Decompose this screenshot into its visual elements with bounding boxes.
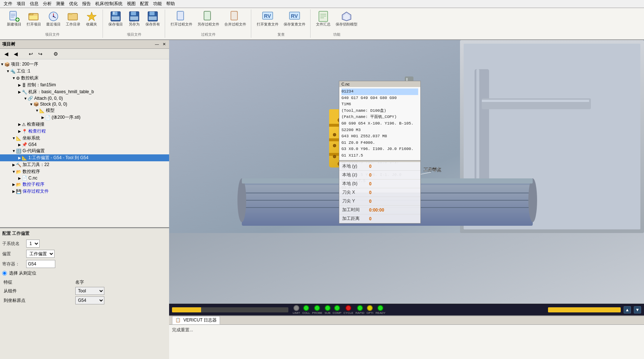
info-overlay-panel: 本地 (y)0本地 (z)0本地 (b)0刀尖 X0刀尖 Y0加工时间0:00:… [339, 160, 421, 224]
open-project-button[interactable]: 打开项目 [25, 9, 43, 28]
save-project-label: 保存项目 [108, 22, 123, 27]
menu-item-优化[interactable]: 优化 [67, 0, 80, 8]
tree-undo-button[interactable]: ↩ [27, 50, 35, 58]
tree-content[interactable]: ▼📦项目: 200一序▼🔩工位 :1▼⚙数控机床▶🎛控制：fan15im▶🔧机床… [0, 59, 169, 227]
register-input[interactable] [26, 260, 55, 268]
menu-item-分析[interactable]: 分析 [41, 0, 54, 8]
tree-item-machine[interactable]: ▶🔧机床：basic_4axes_hmill_table_b [0, 88, 169, 95]
minimize-button[interactable]: — [154, 42, 160, 47]
tree-item-cnc-file[interactable]: ▶📄C.nc [0, 175, 169, 181]
menu-item-帮助[interactable]: 帮助 [164, 0, 177, 8]
status-down-button[interactable]: ▼ [634, 306, 641, 313]
to-select[interactable]: G54 [75, 296, 104, 304]
status-indicator-coll: COLL [302, 305, 310, 315]
log-tab-vericut[interactable]: 📋 VERICUT 日志器 [172, 316, 220, 324]
menu-item-配置[interactable]: 配置 [138, 0, 151, 8]
code-line-5: G0 G90 G54 X-100. Y196. B-105. S2200 M3 [341, 121, 418, 133]
radio-row: 选择 从则定位 [2, 270, 167, 276]
open-review-button[interactable]: RV 打开复查文件 [255, 9, 280, 28]
merge-process-button[interactable]: 合并过程文件 [223, 9, 248, 28]
open-review-label: 打开复查文件 [257, 22, 279, 27]
info-row-1: 本地 (z)0 [339, 171, 420, 180]
tree-item-g-offset[interactable]: ▼🔢G-代码偏置 [0, 147, 169, 154]
status-up-button[interactable]: ▲ [624, 306, 631, 313]
file-summary-button[interactable]: 文件汇总 [314, 9, 332, 28]
save-as-button[interactable]: ... 另存为 [126, 9, 142, 28]
open-process-button[interactable]: 打开过程文件 [169, 9, 194, 28]
tree-item-tool-number[interactable]: ▶🔨加工刀具：22 [0, 161, 169, 168]
from-select[interactable]: Tool [75, 287, 104, 295]
menu-item-功能[interactable]: 功能 [151, 0, 164, 8]
offset-select[interactable]: 工作偏置 [26, 250, 55, 258]
tree-label-check-collision: 检查碰撞 [27, 121, 44, 127]
tree-item-attach[interactable]: ▼🔗Attach (0, 0, 0) [0, 95, 169, 101]
tree-item-check-collision[interactable]: ▶⚠检查碰撞 [0, 121, 169, 128]
status-label-cycle: CYCLE [344, 311, 353, 315]
config-table-header-row: 特征 名字 [2, 279, 167, 286]
code-line-6: G43 H01 Z552.037 M8 [341, 133, 418, 140]
toolbar-group-function: 文件汇总 保存切削模型 功能 [311, 9, 362, 38]
save-all-label: 保存所有 [145, 22, 160, 27]
file-summary-icon [317, 11, 329, 22]
merge-process-icon [229, 11, 241, 22]
tree-label-nc-program: 数控程序 [23, 169, 40, 175]
tree-item-cnc-machine[interactable]: ▼⚙数控机床 [0, 75, 169, 82]
menu-item-文件[interactable]: 文件 [1, 0, 15, 8]
save-cut-model-button[interactable]: 保存切削模型 [334, 9, 359, 28]
tree-item-stock[interactable]: ▼📦Stock (0, 0, 0) [0, 101, 169, 107]
tree-item-check-path[interactable]: ▶📍检查行程 [0, 128, 169, 135]
to-row: 到坐标原点 G54 [2, 296, 167, 305]
tree-redo-button[interactable]: ↪ [36, 50, 44, 58]
svg-rect-27 [177, 11, 184, 20]
recent-project-button[interactable]: 最近项目 [44, 9, 63, 28]
tree-item-station[interactable]: ▼🔩工位 :1 [0, 68, 169, 75]
tree-item-project[interactable]: ▼📦项目: 200一序 [0, 61, 169, 68]
tree-item-coord-system[interactable]: ▼📐坐标系统 [0, 135, 169, 142]
code-line-4: (Path_name: 平面铣_COPY) [341, 114, 418, 121]
menu-item-项目[interactable]: 项目 [15, 0, 28, 8]
menu-item-测量[interactable]: 测量 [54, 0, 67, 8]
tree-item-model[interactable]: ▼📐模型 [0, 107, 169, 114]
menu-item-机床/控制系统[interactable]: 机床/控制系统 [93, 0, 125, 8]
tree-item-nc-subprogram[interactable]: ▶📂数控子程序 [0, 181, 169, 188]
save-all-button[interactable]: 保存所有 [144, 9, 162, 28]
subsystem-select[interactable]: 1 [26, 240, 40, 248]
code-line-7: G1 Z0.0 F4000. [341, 140, 418, 146]
toolbar-group-label-0: 项目文件 [45, 32, 60, 38]
status-indicator-opti: OPTI [367, 305, 373, 315]
toolbar-group-label-1: 项目文件 [127, 32, 141, 38]
favorites-button[interactable]: 收藏夹 [84, 9, 100, 28]
to-label-cell: 到坐标原点 [2, 296, 74, 305]
status-label-coll: COLL [302, 311, 310, 315]
toolbar-group-process: 打开过程文件 另存过程文件 合并过程文件 过程文件 [166, 9, 251, 38]
save-process-label: 另存过程文件 [197, 22, 219, 27]
status-indicator-limit: LIMIT [293, 305, 300, 315]
close-button[interactable]: ✕ [161, 42, 167, 47]
work-dir-button[interactable]: 工作目录 [64, 9, 82, 28]
status-label-comp: COMP [333, 311, 341, 315]
tree-label-tool-number: 加工刀具：22 [23, 162, 49, 168]
menu-item-报告[interactable]: 报告 [80, 0, 93, 8]
tree-item-work-offset[interactable]: ▶📐1:工作偏置 - G54 - Tool 到 G54 [0, 154, 169, 161]
recent-project-label: 最近项目 [46, 22, 61, 27]
feature-header: 特征 [2, 279, 74, 286]
info-row-3: 刀尖 X0 [339, 188, 420, 197]
save-process-button[interactable]: 另存过程文件 [196, 9, 221, 28]
tree-item-save-process-file[interactable]: ▶💾保存过程文件 [0, 188, 169, 195]
info-val-6: 0 [369, 216, 372, 221]
new-project-button[interactable]: 新建项目 [5, 9, 23, 28]
tree-item-nc-program[interactable]: ▼📂数控程序 [0, 168, 169, 175]
tree-item-control[interactable]: ▶🎛控制：fan15im [0, 82, 169, 88]
radio-select[interactable] [2, 271, 7, 276]
menu-item-视图[interactable]: 视图 [125, 0, 138, 8]
tree-nav-left-button[interactable]: ◀ [2, 50, 10, 58]
menu-item-信息[interactable]: 信息 [28, 0, 41, 8]
tree-settings-button[interactable]: ⚙ [52, 50, 60, 58]
save-project-button[interactable]: 保存项目 [107, 9, 125, 28]
tree-expand-check-path: ▶ [17, 129, 22, 133]
save-review-button[interactable]: RV 保存复查文件 [282, 9, 307, 28]
tree-nav-right-button[interactable]: ◀ [12, 50, 20, 58]
tree-item-stl-file[interactable]: ▶📄(体200一序.stl) [0, 114, 169, 121]
code-line-0: 01234 [341, 88, 418, 95]
tree-item-g54[interactable]: ▶📌G54 [0, 142, 169, 147]
